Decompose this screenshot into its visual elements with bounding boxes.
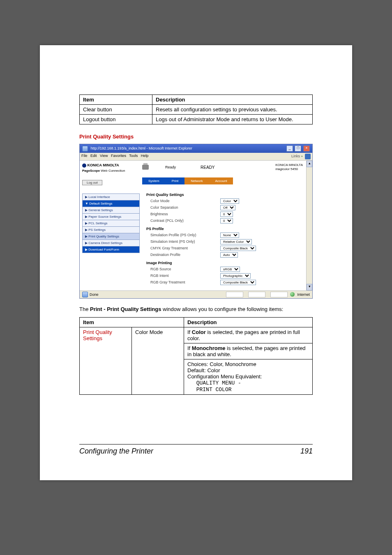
select-rgb-intent[interactable]: Photographic: [220, 273, 251, 279]
label-dest-profile: Destination Profile: [146, 253, 220, 257]
cell-item-group: Print Quality Settings: [80, 327, 132, 394]
select-contrast[interactable]: 0: [220, 218, 233, 223]
sidebar-item-camera-direct[interactable]: ▶ Camera Direct Settings: [82, 240, 140, 246]
brand-label: KONICA MINOLTA: [88, 163, 119, 167]
scroll-up-icon[interactable]: ▴: [307, 161, 312, 167]
select-cmyk-gray[interactable]: Composite Black: [220, 246, 256, 251]
side-nav: ▶ Local Interface ▼ Default Settings ▶ G…: [82, 193, 140, 253]
sidebar-item-paper-source[interactable]: ▶ Paper Source Settings: [82, 213, 140, 220]
sidebar-item-print-quality[interactable]: ▶ Print Quality Settings: [82, 233, 140, 240]
status-zone: Internet: [297, 292, 310, 297]
tab-system[interactable]: System: [142, 177, 166, 184]
section-title: Print Quality Settings: [79, 134, 313, 140]
table-header-description: Description: [152, 95, 313, 105]
label-brightness: Brightness: [146, 212, 220, 216]
logout-button[interactable]: Log out: [82, 180, 102, 185]
sidebar-item-local-interface[interactable]: ▶ Local Interface: [82, 193, 140, 200]
brand-logo-icon: [82, 164, 86, 168]
menu-edit[interactable]: Edit: [90, 154, 97, 158]
sidebar-item-pcl-settings[interactable]: ▶ PCL Settings: [82, 220, 140, 226]
printer-icon: [142, 165, 149, 170]
label-rgb-source: RGB Source: [146, 267, 220, 271]
label-sim-profile: Simulation Profile (PS Only): [146, 233, 220, 237]
label-color-mode: Color Mode: [146, 199, 220, 203]
label-rgb-intent: RGB Intent: [146, 274, 220, 278]
page-footer: Configuring the Printer 191: [79, 444, 313, 456]
status-segment: [270, 292, 288, 297]
select-dest-profile[interactable]: Auto: [220, 252, 238, 258]
sidebar-item-general-settings[interactable]: ▶ General Settings: [82, 207, 140, 213]
footer-page-number: 191: [300, 447, 313, 456]
window-controls: _ □ ×: [286, 145, 310, 152]
links-label: Links: [291, 154, 300, 158]
browser-statusbar: Done Internet: [80, 290, 312, 298]
cell-desc: Logs out of Administrator Mode and retur…: [152, 115, 313, 124]
group-title-image: Image Printing: [146, 261, 299, 265]
label-color-separation: Color Separation: [146, 205, 220, 210]
paragraph-intro: The Print - Print Quality Settings windo…: [79, 306, 313, 312]
table-header-item: Item: [80, 95, 152, 105]
group-title-ps: PS Profile: [146, 227, 299, 231]
window-titlebar: http://192.168.1.193/a_index.html - Micr…: [80, 144, 312, 153]
select-color-separation[interactable]: Off: [220, 205, 235, 210]
table-header-item: Item: [80, 317, 184, 327]
status-ready-label: Ready: [165, 165, 176, 169]
ie-icon: [82, 146, 88, 152]
cell-desc-p1: If Color is selected, the pages are prin…: [184, 327, 313, 343]
status-page-icon: [82, 292, 88, 297]
footer-section-title: Configuring the Printer: [79, 447, 153, 456]
status-ready: READY: [201, 165, 214, 170]
table-item-description-1: Item Description Clear button Resets all…: [79, 94, 313, 124]
menu-help[interactable]: Help: [141, 154, 149, 158]
sidebar-item-default-settings[interactable]: ▼ Default Settings: [82, 200, 140, 207]
screenshot-right-column: Ready READY KONICA MINOLTA magicolor 545…: [142, 161, 306, 290]
menu-tools[interactable]: Tools: [129, 154, 138, 158]
tab-network[interactable]: Network: [184, 177, 209, 184]
menu-favorites[interactable]: Favorites: [111, 154, 126, 158]
label-cmyk-gray: CMYK Gray Treatment: [146, 246, 220, 250]
cell-sub-item: Color Mode: [132, 327, 184, 394]
table-row: Clear button Resets all configuration se…: [80, 105, 313, 115]
brand-subtitle: PageScope Web Connection: [82, 169, 140, 173]
table-row: Logout button Logs out of Administrator …: [80, 115, 313, 124]
select-rgb-gray[interactable]: Composite Black: [220, 280, 256, 285]
maximize-button[interactable]: □: [295, 145, 301, 152]
label-rgb-gray: RGB Gray Treatment: [146, 280, 220, 284]
scroll-down-icon[interactable]: ▾: [307, 284, 312, 290]
document-page: Item Description Clear button Resets all…: [40, 45, 352, 480]
sidebar-item-ps-settings[interactable]: ▶ PS Settings: [82, 226, 140, 233]
close-button[interactable]: ×: [303, 145, 310, 152]
minimize-button[interactable]: _: [286, 145, 293, 152]
cell-desc-p2: If Monochrome is selected, the pages are…: [184, 343, 313, 359]
sidebar-item-download-font[interactable]: ▶ Download Font/Form: [82, 246, 140, 253]
label-contrast: Contrast (PCL Only): [146, 219, 220, 223]
table-item-description-2: Item Description Print Quality Settings …: [79, 317, 313, 395]
table-header-description: Description: [184, 317, 313, 327]
select-brightness[interactable]: 0: [220, 212, 233, 217]
group-title-pq: Print Quality Settings: [146, 193, 299, 197]
settings-panel: Print Quality Settings Color ModeColor C…: [142, 186, 303, 288]
cell-desc: Resets all configuration settings to pre…: [152, 105, 313, 115]
table-row: Print Quality Settings Color Mode If Col…: [80, 327, 313, 343]
browser-menubar: File Edit View Favorites Tools Help Link…: [80, 153, 312, 161]
throbber-icon: [305, 154, 311, 159]
internet-zone-icon: [290, 292, 295, 297]
embedded-screenshot: http://192.168.1.193/a_index.html - Micr…: [79, 144, 313, 299]
cell-item: Clear button: [80, 105, 152, 115]
select-rgb-source[interactable]: sRGB: [220, 267, 240, 272]
menu-view[interactable]: View: [100, 154, 108, 158]
tab-print[interactable]: Print: [166, 177, 184, 184]
cell-desc-choices: Choices: Color, Monochrome Default: Colo…: [184, 359, 313, 394]
scrollbar-vertical[interactable]: ▴ ▾: [306, 161, 312, 290]
select-color-mode[interactable]: Color: [220, 198, 239, 204]
select-sim-profile[interactable]: None: [220, 233, 239, 238]
status-segment: [248, 292, 265, 297]
tab-strip: System Print Network Account: [142, 177, 303, 184]
window-title: http://192.168.1.193/a_index.html - Micr…: [91, 146, 192, 150]
cell-item: Logout button: [80, 115, 152, 124]
links-chevron-icon[interactable]: »: [301, 154, 303, 158]
tab-account[interactable]: Account: [209, 177, 233, 184]
screenshot-left-column: KONICA MINOLTA PageScope Web Connection …: [80, 161, 142, 290]
menu-file[interactable]: File: [81, 154, 88, 158]
select-sim-intent[interactable]: Relative Color: [220, 239, 252, 244]
